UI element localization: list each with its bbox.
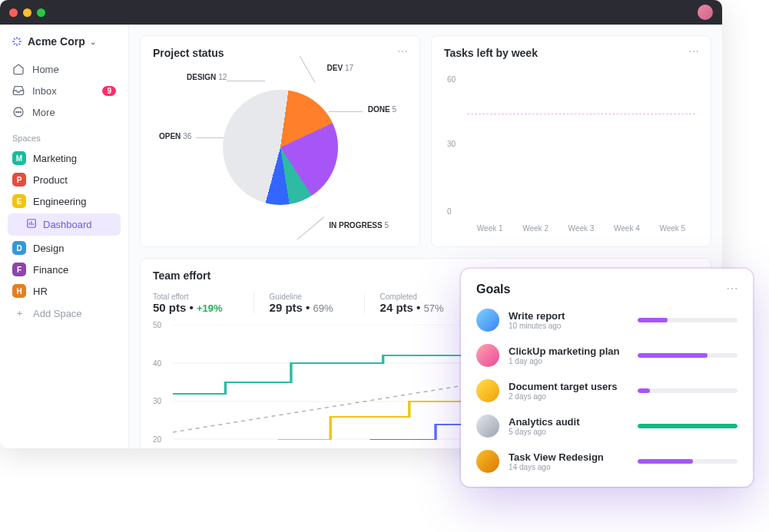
- more-icon: [12, 106, 25, 118]
- pie-chart: DESIGN 12 OPEN 36 DEV 17 DONE 5 IN PROGR…: [153, 59, 407, 236]
- sidebar-item-dashboard[interactable]: Dashboard: [8, 213, 121, 236]
- workspace-name: Acme Corp: [28, 35, 85, 48]
- goal-progress: [638, 424, 738, 428]
- nav-home[interactable]: Home: [8, 58, 121, 80]
- chevron-down-icon: ⌄: [90, 38, 96, 46]
- goal-avatar: [476, 309, 499, 332]
- goal-row[interactable]: Write report 10 minutes ago: [476, 309, 738, 332]
- svg-line-6: [18, 38, 20, 40]
- goal-time: 2 days ago: [509, 392, 628, 401]
- goal-info: Task View Redesign 14 days ago: [509, 451, 628, 471]
- sidebar-space-item[interactable]: DDesign: [8, 237, 121, 259]
- nav-more[interactable]: More: [8, 101, 121, 123]
- goal-avatar: [476, 344, 499, 367]
- x-label: Week 5: [659, 224, 685, 233]
- goal-title: ClickUp marketing plan: [509, 345, 628, 357]
- goal-title: Task View Redesign: [509, 451, 628, 463]
- sidebar-space-item[interactable]: FFinance: [8, 259, 121, 280]
- sidebar: Acme Corp ⌄ Home Inbox 9 More Spaces MMa…: [0, 25, 129, 448]
- nav-inbox[interactable]: Inbox 9: [8, 80, 121, 101]
- x-label: Week 3: [568, 224, 595, 233]
- card-more-button[interactable]: ⋯: [397, 45, 409, 58]
- space-chip-icon: D: [12, 241, 26, 255]
- space-label: HR: [33, 286, 48, 297]
- goal-row[interactable]: Document target users 2 days ago: [476, 379, 738, 402]
- traffic-lights: [9, 8, 45, 17]
- goal-progress: [638, 353, 738, 358]
- home-icon: [12, 63, 25, 75]
- minimize-icon[interactable]: [23, 8, 31, 17]
- sidebar-item-label: Dashboard: [43, 219, 92, 230]
- metric-completed: Completed 24 pts • 57%: [364, 292, 444, 314]
- inbox-icon: [12, 84, 25, 97]
- svg-point-10: [18, 111, 18, 112]
- space-chip-icon: H: [12, 284, 26, 298]
- add-space-button[interactable]: ＋ Add Space: [8, 302, 121, 325]
- goal-info: ClickUp marketing plan 1 day ago: [509, 345, 628, 365]
- space-chip-icon: E: [12, 194, 26, 208]
- space-label: Engineering: [33, 196, 86, 207]
- goal-avatar: [476, 379, 499, 402]
- x-label: Week 1: [477, 224, 503, 233]
- goal-row[interactable]: ClickUp marketing plan 1 day ago: [476, 344, 738, 367]
- goal-progress: [638, 459, 738, 464]
- space-chip-icon: M: [12, 151, 26, 165]
- goal-row[interactable]: Analytics audit 5 days ago: [476, 415, 738, 438]
- space-label: Design: [33, 243, 64, 254]
- card-more-button[interactable]: ⋯: [688, 45, 700, 58]
- nav-label: Inbox: [32, 85, 57, 97]
- goal-progress: [638, 318, 738, 322]
- card-more-button[interactable]: ⋯: [726, 281, 739, 296]
- bar-chart: 0 30 60 Week 1Week 2Week 3Week 4Week 5: [444, 59, 698, 236]
- goal-time: 14 days ago: [509, 463, 628, 471]
- close-icon[interactable]: [9, 8, 18, 17]
- goal-time: 10 minutes ago: [509, 322, 628, 330]
- project-status-card: Project status ⋯ DESIGN 12 OPEN 36 DEV 1…: [140, 35, 420, 247]
- tasks-left-card: Tasks left by week ⋯ 0 30 60 Week 1Week …: [431, 35, 711, 247]
- dashboard-icon: [26, 218, 37, 231]
- svg-line-4: [14, 38, 15, 40]
- user-avatar[interactable]: [698, 5, 713, 20]
- sidebar-space-item[interactable]: EEngineering: [8, 190, 121, 212]
- titlebar: [0, 0, 722, 25]
- metric-guideline: Guideline 29 pts • 69%: [254, 292, 333, 314]
- sidebar-space-item[interactable]: PProduct: [8, 169, 121, 190]
- svg-point-9: [16, 111, 17, 112]
- add-space-label: Add Space: [33, 308, 82, 319]
- svg-point-11: [20, 111, 21, 112]
- space-label: Product: [33, 174, 68, 186]
- x-label: Week 4: [614, 224, 640, 233]
- goal-info: Document target users 2 days ago: [509, 381, 628, 401]
- card-title: Tasks left by week: [444, 47, 698, 59]
- workspace-logo-icon: [11, 35, 23, 48]
- goal-row[interactable]: Task View Redesign 14 days ago: [476, 450, 738, 473]
- space-chip-icon: F: [12, 263, 26, 276]
- goal-time: 1 day ago: [509, 357, 628, 365]
- maximize-icon[interactable]: [37, 8, 45, 17]
- goal-time: 5 days ago: [509, 428, 628, 436]
- goal-progress: [638, 388, 738, 393]
- goal-info: Analytics audit 5 days ago: [509, 416, 628, 436]
- plus-icon: ＋: [12, 306, 26, 320]
- nav-label: More: [32, 107, 55, 118]
- pie-graphic: [223, 90, 338, 205]
- sidebar-space-item[interactable]: MMarketing: [8, 147, 121, 169]
- inbox-badge: 9: [102, 86, 116, 96]
- goal-title: Analytics audit: [509, 416, 628, 428]
- metric-total: Total effort 50 pts • +19%: [153, 292, 223, 314]
- space-label: Finance: [33, 264, 68, 276]
- workspace-picker[interactable]: Acme Corp ⌄: [8, 35, 121, 48]
- sidebar-space-item[interactable]: HHR: [8, 280, 121, 302]
- space-label: Marketing: [33, 153, 77, 164]
- goal-title: Document target users: [509, 381, 628, 392]
- goals-title: Goals: [476, 283, 738, 296]
- goal-info: Write report 10 minutes ago: [509, 310, 628, 330]
- svg-line-7: [14, 43, 15, 45]
- svg-line-5: [18, 43, 20, 45]
- goal-avatar: [476, 450, 499, 473]
- card-title: Project status: [153, 47, 407, 59]
- goal-title: Write report: [509, 310, 628, 322]
- space-chip-icon: P: [12, 173, 26, 187]
- goal-avatar: [476, 415, 499, 438]
- goals-card: Goals ⋯ Write report 10 minutes ago Clic…: [461, 269, 753, 487]
